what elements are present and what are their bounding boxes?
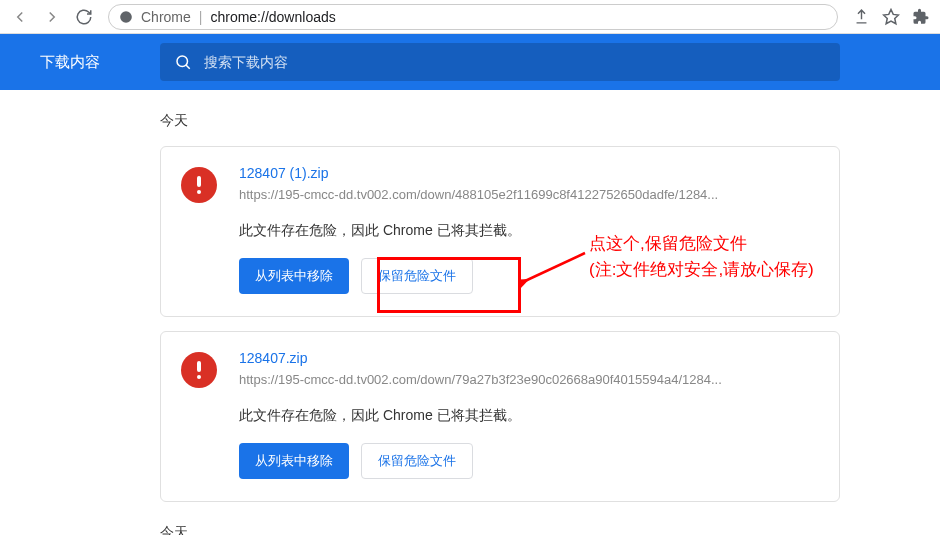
warning-icon xyxy=(181,352,217,388)
extensions-icon[interactable] xyxy=(910,6,932,28)
svg-line-3 xyxy=(186,65,190,69)
svg-point-5 xyxy=(197,190,201,194)
svg-point-2 xyxy=(177,56,188,67)
url-scheme: chrome:// xyxy=(210,9,268,25)
svg-rect-8 xyxy=(197,361,201,372)
reload-button[interactable] xyxy=(72,5,96,29)
address-bar[interactable]: Chrome | chrome://downloads xyxy=(108,4,838,30)
warning-icon xyxy=(181,167,217,203)
share-icon[interactable] xyxy=(850,6,872,28)
svg-point-9 xyxy=(197,375,201,379)
annotation-text: 点这个,保留危险文件 (注:文件绝对安全,请放心保存) xyxy=(589,231,814,282)
download-warning-text: 此文件存在危险，因此 Chrome 已将其拦截。 xyxy=(239,407,819,425)
bookmark-icon[interactable] xyxy=(880,6,902,28)
page-title: 下载内容 xyxy=(0,53,160,72)
back-button[interactable] xyxy=(8,5,32,29)
site-info-icon xyxy=(119,10,133,24)
annotation-arrow xyxy=(519,247,589,291)
url-divider: | xyxy=(199,9,203,25)
download-card: 128407.zip https://195-cmcc-dd.tv002.com… xyxy=(160,331,840,502)
date-section-label: 今天 xyxy=(160,112,940,130)
download-filename[interactable]: 128407.zip xyxy=(239,350,819,366)
forward-button[interactable] xyxy=(40,5,64,29)
page-header: 下载内容 xyxy=(0,34,940,90)
search-icon xyxy=(174,53,192,71)
url-path: downloads xyxy=(269,9,336,25)
svg-line-7 xyxy=(525,253,585,281)
search-bar[interactable] xyxy=(160,43,840,81)
date-section-label: 今天 xyxy=(160,524,940,535)
url-prefix: Chrome xyxy=(141,9,191,25)
svg-marker-1 xyxy=(884,9,899,23)
download-url: https://195-cmcc-dd.tv002.com/down/79a27… xyxy=(239,372,819,387)
svg-point-0 xyxy=(120,11,132,23)
svg-rect-4 xyxy=(197,176,201,187)
keep-dangerous-file-button[interactable]: 保留危险文件 xyxy=(361,443,473,479)
annotation-highlight-box xyxy=(377,257,521,313)
download-filename[interactable]: 128407 (1).zip xyxy=(239,165,819,181)
browser-toolbar: Chrome | chrome://downloads xyxy=(0,0,940,34)
content-area: 今天 128407 (1).zip https://195-cmcc-dd.tv… xyxy=(0,112,940,535)
remove-from-list-button[interactable]: 从列表中移除 xyxy=(239,443,349,479)
remove-from-list-button[interactable]: 从列表中移除 xyxy=(239,258,349,294)
search-input[interactable] xyxy=(204,54,826,70)
download-card: 128407 (1).zip https://195-cmcc-dd.tv002… xyxy=(160,146,840,317)
download-url: https://195-cmcc-dd.tv002.com/down/48810… xyxy=(239,187,819,202)
